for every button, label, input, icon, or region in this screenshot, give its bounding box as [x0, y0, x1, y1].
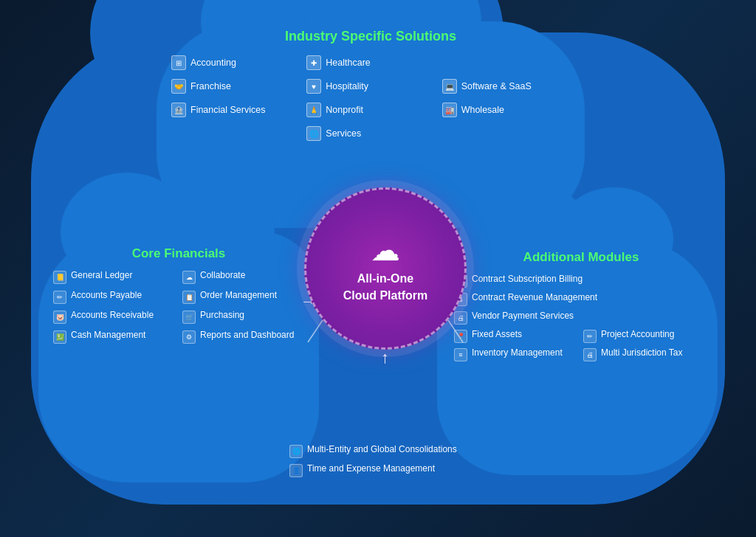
list-item: 🏭 Wholesale — [442, 100, 570, 119]
arrow-down-from-center: ↑ — [381, 348, 389, 367]
accounts-receivable-icon: 🐷 — [53, 311, 66, 324]
list-item: 💻 Software & SaaS — [442, 77, 570, 96]
accounting-icon: ⊞ — [171, 55, 186, 70]
core-item-label: Accounts Receivable — [71, 310, 154, 320]
financial-icon: 🏦 — [171, 103, 186, 117]
center-platform-circle: ☁ All-in-One Cloud Platform — [304, 187, 467, 350]
core-item-label: Order Management — [200, 290, 277, 300]
software-icon: 💻 — [442, 79, 457, 94]
list-item: 📒 General Ledger — [53, 270, 175, 284]
core-item-label: Cash Management — [71, 330, 145, 340]
platform-label: All-in-One Cloud Platform — [343, 271, 428, 304]
core-item-label: Accounts Payable — [71, 290, 142, 300]
cloud-icon: ☁ — [371, 233, 400, 267]
additional-item-label: Project Accounting — [601, 329, 674, 339]
list-item: ✏ Accounts Payable — [53, 290, 175, 304]
list-item: ✏ Project Accounting — [583, 329, 708, 343]
additional-item-label: Inventory Management — [472, 347, 563, 358]
list-item: 👤 Time and Expense Management — [289, 463, 481, 477]
list-item: ♥ Hospitality — [306, 77, 434, 96]
cash-management-icon: 💹 — [53, 330, 66, 344]
industry-title: Industry Specific Solutions — [164, 29, 577, 44]
list-item: ⚙ Reports and Dashboard — [182, 330, 304, 344]
industry-section: Industry Specific Solutions ⊞ Accounting… — [164, 29, 577, 143]
inventory-icon: ≡ — [454, 348, 467, 361]
list-item: 💹 Cash Management — [53, 330, 175, 344]
additional-item-label: Contract Subscription Billing — [472, 274, 583, 284]
list-item: ⊞ Accounting — [171, 53, 299, 72]
list-item: 🏦 Financial Services — [171, 100, 299, 119]
time-expense-icon: 👤 — [289, 464, 303, 477]
industry-item-label: Financial Services — [190, 105, 265, 115]
industry-item-label: Healthcare — [326, 58, 370, 68]
accounts-payable-icon: ✏ — [53, 291, 66, 304]
core-title: Core Financials — [46, 246, 312, 261]
industry-grid: ⊞ Accounting ✚ Healthcare 🤝 Franchise ♥ … — [164, 53, 577, 143]
list-item: ☁ Collaborate — [182, 270, 304, 284]
multi-jurisdiction-icon: 🖨 — [583, 348, 597, 361]
list-item: 🖨 Multi Jurisdiction Tax — [583, 347, 708, 361]
core-item-label: General Ledger — [71, 270, 132, 280]
core-item-label: Reports and Dashboard — [200, 330, 294, 340]
bottom-item-label: Time and Expense Management — [307, 463, 435, 474]
nonprofit-icon: 🙏 — [306, 103, 321, 117]
main-container: Industry Specific Solutions ⊞ Accounting… — [16, 10, 740, 527]
general-ledger-icon: 📒 — [53, 271, 66, 284]
list-item: 📍 Fixed Assets — [454, 329, 579, 343]
list-item: 📄 Contract Subscription Billing — [454, 274, 708, 288]
additional-title: Additional Modules — [448, 250, 714, 265]
wholesale-icon: 🏭 — [442, 103, 457, 117]
list-item: 🙏 Nonprofit — [306, 100, 434, 119]
reports-icon: ⚙ — [182, 330, 196, 344]
industry-item-label: Wholesale — [461, 105, 504, 115]
industry-item-label: Services — [326, 128, 361, 139]
order-management-icon: 📋 — [182, 291, 196, 304]
additional-item-label: Fixed Assets — [472, 329, 522, 339]
list-item: 🌐 Multi-Entity and Global Consolidations — [289, 444, 481, 458]
list-item: 🤝 Franchise — [171, 77, 299, 96]
additional-list: 📄 Contract Subscription Billing $ Contra… — [448, 274, 714, 361]
services-icon: 🌐 — [306, 126, 321, 141]
vendor-payment-icon: 🖨 — [454, 311, 467, 325]
industry-item-label: Franchise — [190, 81, 231, 91]
fixed-assets-icon: 📍 — [454, 330, 467, 343]
bottom-section: 🌐 Multi-Entity and Global Consolidations… — [289, 444, 481, 482]
list-item: 🛒 Purchasing — [182, 310, 304, 324]
additional-two-col: 📍 Fixed Assets ✏ Project Accounting ≡ In… — [454, 329, 708, 361]
additional-item-label: Vendor Payment Services — [472, 311, 574, 321]
additional-section: Additional Modules 📄 Contract Subscripti… — [448, 250, 714, 361]
core-section: Core Financials 📒 General Ledger ☁ Colla… — [46, 246, 312, 344]
healthcare-icon: ✚ — [306, 55, 321, 70]
industry-item-label: Accounting — [190, 58, 236, 68]
industry-item-label: Software & SaaS — [461, 81, 532, 91]
list-item: 🖨 Vendor Payment Services — [454, 311, 708, 325]
list-item: $ Contract Revenue Management — [454, 292, 708, 306]
list-item: ✚ Healthcare — [306, 53, 434, 72]
collaborate-icon: ☁ — [182, 271, 196, 284]
core-item-label: Purchasing — [200, 310, 244, 320]
core-grid: 📒 General Ledger ☁ Collaborate ✏ Account… — [46, 270, 312, 344]
list-item: 🐷 Accounts Receivable — [53, 310, 175, 324]
hospitality-icon: ♥ — [306, 79, 321, 94]
multi-entity-icon: 🌐 — [289, 445, 303, 458]
additional-item-label: Contract Revenue Management — [472, 292, 597, 302]
industry-item-label: Hospitality — [326, 81, 368, 91]
list-item: 📋 Order Management — [182, 290, 304, 304]
list-item: ≡ Inventory Management — [454, 347, 579, 361]
core-item-label: Collaborate — [200, 270, 245, 280]
bottom-item-label: Multi-Entity and Global Consolidations — [307, 444, 457, 454]
list-item: 🌐 Services — [306, 124, 434, 143]
project-accounting-icon: ✏ — [583, 330, 597, 343]
industry-item-label: Nonprofit — [326, 105, 363, 115]
additional-item-label: Multi Jurisdiction Tax — [601, 347, 682, 358]
franchise-icon: 🤝 — [171, 79, 186, 94]
purchasing-icon: 🛒 — [182, 311, 196, 324]
